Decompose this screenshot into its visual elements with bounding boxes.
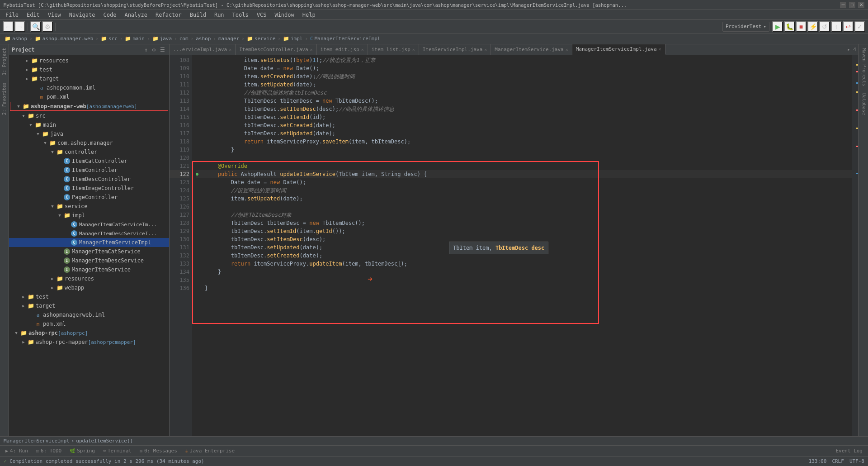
bottom-tab-todo[interactable]: ☑ 6: TODO bbox=[33, 447, 65, 455]
bc-class[interactable]: C ManagerItemServiceImpl bbox=[308, 36, 382, 42]
bottom-tab-terminal[interactable]: ⌨ Terminal bbox=[99, 447, 135, 455]
bc-impl[interactable]: 📁 impl bbox=[281, 36, 305, 42]
project-settings-icon[interactable]: ⚙ bbox=[151, 47, 157, 53]
bottom-tab-spring[interactable]: 🌿 Spring bbox=[66, 447, 99, 455]
tab-close-serviceimpl[interactable]: ✕ bbox=[229, 47, 231, 52]
tree-module-manager-web[interactable]: ▼ 📁 ashop-manager-web [ashopmanagerweb] bbox=[10, 102, 168, 111]
bc-com[interactable]: com bbox=[178, 36, 190, 42]
tree-manager-item-desc-service[interactable]: I ManagerItemDescService bbox=[9, 256, 169, 265]
tree-manager-item-desc-service-impl[interactable]: C ManagerItemDescServiceI... bbox=[9, 229, 169, 238]
menu-item-analyze[interactable]: Analyze bbox=[121, 11, 151, 19]
forward-button[interactable]: → bbox=[14, 21, 25, 32]
menu-item-window[interactable]: Window bbox=[271, 11, 297, 19]
code-content[interactable]: item.setStatus((byte) 1);//状态设置为1，正常 Dat… bbox=[192, 55, 852, 436]
tab-close-item-list[interactable]: ✕ bbox=[412, 47, 415, 52]
bottom-tab-messages[interactable]: ✉ 0: Messages bbox=[136, 447, 181, 455]
bottom-tab-run[interactable]: ▶ 4: Run bbox=[2, 447, 32, 455]
tree-manager-item-service-impl[interactable]: C ManagerItemServiceImpl bbox=[9, 238, 169, 247]
tree-target2[interactable]: ▶ 📁 target bbox=[9, 301, 169, 310]
tab-close-manageritemserviceimpl[interactable]: ✕ bbox=[659, 47, 661, 52]
tree-com-ashop-manager[interactable]: ▼ 📁 com.ashop.manager bbox=[9, 138, 169, 147]
tree-pom1[interactable]: m pom.xml bbox=[9, 92, 169, 101]
run-config-selector[interactable]: ProviderTest ▾ bbox=[722, 22, 769, 32]
tree-resources[interactable]: ▶ 📁 resources bbox=[9, 56, 169, 65]
favorites-tab[interactable]: 2: Favorites bbox=[1, 79, 8, 119]
bc-ashop[interactable]: 📁 ashop bbox=[3, 36, 29, 42]
bottom-tab-java-enterprise[interactable]: ☕ Java Enterprise bbox=[182, 447, 238, 455]
structure-tab[interactable]: 1: Project bbox=[1, 44, 8, 79]
tab-item-list[interactable]: item-list.jsp ✕ bbox=[368, 44, 419, 55]
tree-test2[interactable]: ▶ 📁 test bbox=[9, 292, 169, 301]
menu-item-view[interactable]: View bbox=[44, 11, 65, 19]
tree-page-controller[interactable]: C PageController bbox=[9, 193, 169, 202]
tree-target1[interactable]: ▶ 📁 target bbox=[9, 74, 169, 83]
tree-controller[interactable]: ▼ 📁 controller bbox=[9, 147, 169, 157]
tree-ashopmanagerweb-iml[interactable]: a ashopmanagerweb.iml bbox=[9, 310, 169, 319]
minimize-button[interactable]: ─ bbox=[840, 2, 846, 8]
tree-src[interactable]: ▼ 📁 src bbox=[9, 111, 169, 120]
tree-manager-item-cat-service-impl[interactable]: C ManagerItemCatServiceIm... bbox=[9, 220, 169, 229]
tab-close-item-edit[interactable]: ✕ bbox=[361, 47, 364, 52]
bottom-tab-event-log[interactable]: Event Log bbox=[832, 447, 866, 455]
settings-button[interactable]: ⚙ bbox=[42, 21, 53, 32]
tree-item-cat-controller[interactable]: C ItemCatController bbox=[9, 157, 169, 166]
bc-ashop2[interactable]: ashop bbox=[194, 36, 212, 42]
bc-manager-web[interactable]: 📁 ashop-manager-web bbox=[33, 36, 95, 42]
build-button[interactable]: ⚡ bbox=[807, 21, 818, 32]
stop-button[interactable]: ■ bbox=[796, 21, 807, 32]
bc-src[interactable]: 📁 src bbox=[99, 36, 119, 42]
commit-button[interactable]: ✓ bbox=[854, 21, 865, 32]
revert-button[interactable]: ↩ bbox=[843, 21, 854, 32]
tree-manager-item-service[interactable]: I ManagerItemService bbox=[9, 265, 169, 274]
menu-item-file[interactable]: File bbox=[2, 11, 22, 19]
menu-item-build[interactable]: Build bbox=[186, 11, 210, 19]
tree-test1[interactable]: ▶ 📁 test bbox=[9, 65, 169, 74]
tree-ashop-rpc[interactable]: ▼ 📁 ashop-rpc [ashoprpc] bbox=[9, 328, 169, 338]
tree-java[interactable]: ▼ 📁 java bbox=[9, 129, 169, 138]
close-button[interactable]: ✕ bbox=[858, 2, 864, 8]
maximize-button[interactable]: □ bbox=[849, 2, 855, 8]
sync-button[interactable]: ↺ bbox=[819, 21, 830, 32]
menu-item-refactor[interactable]: Refactor bbox=[152, 11, 185, 19]
tab-manageritemservice[interactable]: ManagerItemService.java ✕ bbox=[491, 44, 572, 55]
project-menu-icon[interactable]: ☰ bbox=[159, 47, 166, 53]
menu-item-help[interactable]: Help bbox=[299, 11, 319, 19]
tab-item-edit[interactable]: item-edit.jsp ✕ bbox=[317, 44, 368, 55]
tree-impl-folder[interactable]: ▼ 📁 impl bbox=[9, 211, 169, 220]
code-editor[interactable]: 108 109 110 111 112 113 114 115 116 117 … bbox=[170, 55, 858, 436]
tree-ashop-rpc-mapper[interactable]: ▶ 📁 ashop-rpc-mapper [ashoprpcmapper] bbox=[9, 338, 169, 347]
menu-item-navigate[interactable]: Navigate bbox=[66, 11, 99, 19]
back-button[interactable]: ← bbox=[3, 21, 14, 32]
tree-item-image-controller[interactable]: C ItemImageController bbox=[9, 184, 169, 193]
project-sync-icon[interactable]: ↕ bbox=[143, 47, 149, 53]
search-button[interactable]: 🔍 bbox=[30, 21, 41, 32]
tree-item-desc-controller[interactable]: C ItemDescController bbox=[9, 175, 169, 184]
bc-service[interactable]: 📁 service bbox=[245, 36, 277, 42]
tree-main[interactable]: ▼ 📁 main bbox=[9, 120, 169, 129]
debug-button[interactable]: 🐛 bbox=[784, 21, 795, 32]
run-button[interactable]: ▶ bbox=[772, 21, 783, 32]
bc-main[interactable]: 📁 main bbox=[123, 36, 146, 42]
tree-service-folder[interactable]: ▼ 📁 service bbox=[9, 202, 169, 211]
menu-item-tools[interactable]: Tools bbox=[229, 11, 252, 19]
tree-item-controller[interactable]: C ItemController bbox=[9, 166, 169, 175]
tab-itemserviceimpl[interactable]: ItemServiceImpl.java ✕ bbox=[419, 44, 491, 55]
tree-resources2[interactable]: ▶ 📁 resources bbox=[9, 274, 169, 283]
tab-close-manageritemservice[interactable]: ✕ bbox=[566, 47, 568, 52]
tab-close-itemdesccontroller[interactable]: ✕ bbox=[310, 47, 313, 52]
database-tab[interactable]: Database bbox=[859, 90, 868, 119]
tree-manager-item-cat-service[interactable]: I ManagerItemCatService bbox=[9, 247, 169, 256]
maven-tab[interactable]: Maven Projects bbox=[859, 44, 868, 90]
tree-ashopcommon-iml[interactable]: a ashopcommon.iml bbox=[9, 83, 169, 92]
menu-item-run[interactable]: Run bbox=[211, 11, 228, 19]
menu-item-edit[interactable]: Edit bbox=[23, 11, 43, 19]
tab-close-itemserviceimpl[interactable]: ✕ bbox=[484, 47, 487, 52]
bc-java[interactable]: 📁 java bbox=[151, 36, 174, 42]
tree-pom2[interactable]: m pom.xml bbox=[9, 319, 169, 328]
tab-manageritemserviceimpl[interactable]: ManagerItemServiceImpl.java ✕ bbox=[572, 44, 665, 55]
bc-manager[interactable]: manager bbox=[217, 36, 241, 42]
tab-itemdesccontroller[interactable]: ItemDescController.java ✕ bbox=[236, 44, 316, 55]
menu-item-code[interactable]: Code bbox=[100, 11, 120, 19]
update-button[interactable]: ↑ bbox=[831, 21, 842, 32]
menu-item-vcs[interactable]: VCS bbox=[253, 11, 270, 19]
